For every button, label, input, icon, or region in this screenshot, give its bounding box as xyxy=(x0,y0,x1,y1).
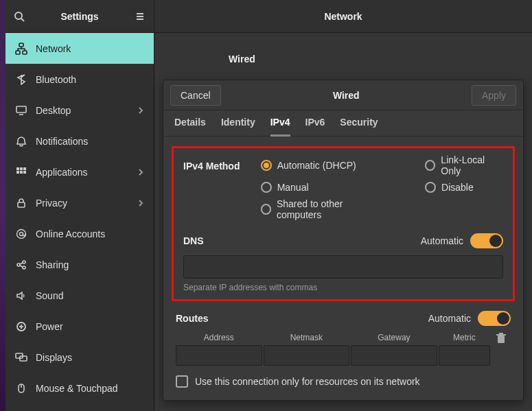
menu-button[interactable] xyxy=(126,0,154,33)
svg-rect-6 xyxy=(16,51,20,54)
radio-manual[interactable]: Manual xyxy=(261,180,384,195)
radio-link-local[interactable]: Link-Local Only xyxy=(425,158,503,173)
only-local-label: Use this connection only for resources o… xyxy=(195,376,420,387)
svg-rect-8 xyxy=(16,106,26,113)
lock-icon xyxy=(15,197,27,209)
sidebar-item-bluetooth[interactable]: Bluetooth xyxy=(5,64,154,95)
dns-input[interactable] xyxy=(183,255,503,279)
radio-dot-icon xyxy=(261,204,271,215)
header-title-right: Network xyxy=(154,0,532,32)
chevron-right-icon xyxy=(137,107,144,114)
header-title-left: Settings xyxy=(33,11,126,22)
radio-shared[interactable]: Shared to other computers xyxy=(261,202,384,217)
share-icon xyxy=(15,259,27,271)
svg-rect-13 xyxy=(16,171,19,174)
route-netmask-input[interactable] xyxy=(264,345,350,366)
route-delete-button[interactable] xyxy=(491,333,511,347)
sidebar-item-label: Bluetooth xyxy=(36,74,76,85)
dns-section: DNS Automatic Separate IP addresses with… xyxy=(183,233,503,292)
routes-section: Routes Automatic Address Netmask xyxy=(176,311,511,388)
sidebar-item-label: Desktop xyxy=(36,105,71,116)
route-metric-input[interactable] xyxy=(439,345,490,366)
sidebar-item-sound[interactable]: Sound xyxy=(5,280,154,311)
sidebar-item-label: Power xyxy=(36,321,63,332)
sidebar-item-mouse-touchpad[interactable]: Mouse & Touchpad xyxy=(5,373,154,403)
sidebar-item-privacy[interactable]: Privacy xyxy=(5,187,154,218)
radio-label: Shared to other computers xyxy=(277,198,384,220)
svg-point-18 xyxy=(20,232,23,235)
sidebar-item-applications[interactable]: Applications xyxy=(5,156,154,187)
sidebar-item-desktop[interactable]: Desktop xyxy=(5,95,154,126)
radio-label: Link-Local Only xyxy=(441,154,503,176)
connection-dialog: Cancel Wired Apply Details Identity IPv4… xyxy=(163,80,524,401)
sidebar-item-sharing[interactable]: Sharing xyxy=(5,249,154,280)
bluetooth-icon xyxy=(15,73,27,86)
svg-rect-32 xyxy=(496,334,506,336)
ipv4-method-row: IPv4 Method Automatic (DHCP) Manual Shar… xyxy=(183,158,503,217)
search-button[interactable] xyxy=(5,0,33,33)
svg-point-20 xyxy=(23,261,25,263)
sidebar-item-notifications[interactable]: Notifications xyxy=(5,126,154,156)
sidebar-item-label: Privacy xyxy=(36,198,67,209)
radio-disable[interactable]: Disable xyxy=(425,180,503,195)
sidebar-item-label: Sharing xyxy=(36,259,69,270)
dns-auto-toggle[interactable] xyxy=(470,233,503,248)
svg-point-19 xyxy=(17,263,20,266)
tab-ipv4[interactable]: IPv4 xyxy=(270,110,290,137)
svg-rect-16 xyxy=(18,202,25,207)
sound-icon xyxy=(15,290,27,302)
cancel-button[interactable]: Cancel xyxy=(170,85,221,106)
chevron-right-icon xyxy=(137,200,144,207)
svg-rect-5 xyxy=(19,43,23,47)
sidebar-item-displays[interactable]: Displays xyxy=(5,342,154,373)
svg-rect-15 xyxy=(23,171,26,174)
tab-security[interactable]: Security xyxy=(340,110,378,137)
radio-label: Manual xyxy=(277,182,309,193)
trash-icon xyxy=(496,333,506,344)
sidebar-item-network[interactable]: Network xyxy=(5,33,154,64)
toggle-knob-icon xyxy=(497,312,509,325)
bell-icon xyxy=(15,135,27,148)
desktop-edge xyxy=(0,0,5,411)
route-gateway-input[interactable] xyxy=(351,345,437,366)
radio-label: Disable xyxy=(441,182,474,193)
sidebar-item-label: Notifications xyxy=(36,136,88,147)
mouse-icon xyxy=(15,382,27,395)
sidebar-item-label: Mouse & Touchpad xyxy=(36,383,118,394)
chevron-right-icon xyxy=(137,169,144,176)
radio-dot-icon xyxy=(425,160,435,171)
apply-button-label: Apply xyxy=(482,90,506,101)
sidebar-item-power[interactable]: Power xyxy=(5,311,154,342)
dialog-header: Cancel Wired Apply xyxy=(163,80,523,110)
radio-automatic-dhcp[interactable]: Automatic (DHCP) xyxy=(261,158,384,173)
routes-auto-label: Automatic xyxy=(428,313,471,324)
routes-auto-toggle[interactable] xyxy=(478,311,511,326)
radio-dot-icon xyxy=(261,182,272,193)
only-local-checkbox[interactable] xyxy=(176,375,188,388)
cancel-button-label: Cancel xyxy=(181,90,211,101)
sidebar-item-label: Sound xyxy=(36,290,63,301)
tab-identity[interactable]: Identity xyxy=(221,110,255,137)
svg-line-22 xyxy=(20,263,23,264)
dns-label: DNS xyxy=(183,235,204,246)
sidebar: Network Bluetooth Desktop xyxy=(5,33,154,411)
tab-details[interactable]: Details xyxy=(174,110,206,137)
header-bar: Settings Network xyxy=(5,0,532,33)
apply-button[interactable]: Apply xyxy=(472,85,516,106)
sidebar-item-online-accounts[interactable]: Online Accounts xyxy=(5,218,154,249)
tab-ipv6[interactable]: IPv6 xyxy=(305,110,325,137)
desktop-icon xyxy=(15,104,27,117)
settings-window: Settings Network Network Bluetooth xyxy=(5,0,532,411)
svg-rect-31 xyxy=(498,336,505,343)
routes-col-address: Address xyxy=(176,333,262,342)
header-left: Settings xyxy=(5,0,154,32)
route-address-input[interactable] xyxy=(176,345,262,366)
svg-rect-33 xyxy=(499,333,503,334)
svg-point-17 xyxy=(17,229,26,238)
radio-dot-icon xyxy=(261,160,272,171)
svg-point-21 xyxy=(23,266,25,269)
dialog-tabs: Details Identity IPv4 IPv6 Security xyxy=(163,110,523,137)
routes-col-metric: Metric xyxy=(439,333,490,342)
only-local-row[interactable]: Use this connection only for resources o… xyxy=(176,375,511,388)
network-icon xyxy=(15,43,27,55)
